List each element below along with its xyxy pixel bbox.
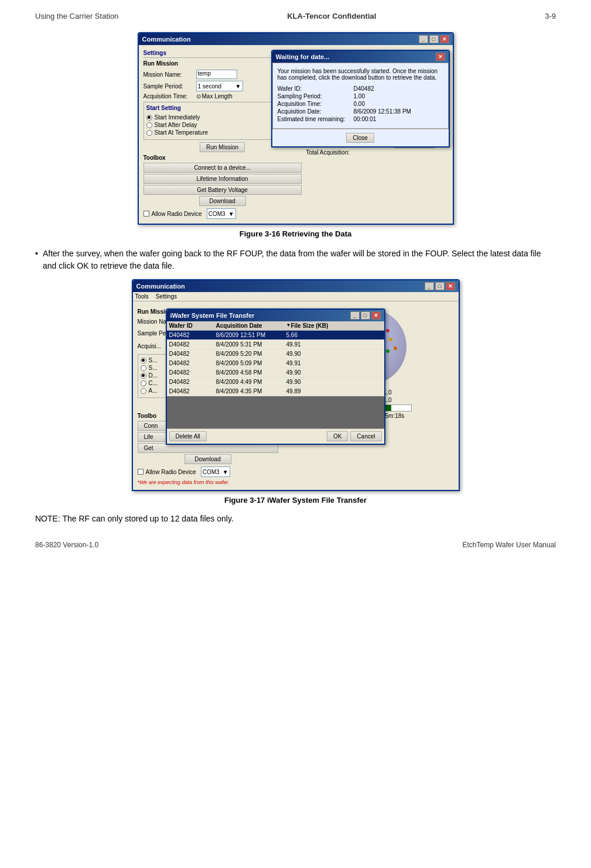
battery-btn-container: Get Battery Voltage: [144, 185, 302, 195]
waiting-popup: Waiting for date... ✕ Your mission has b…: [271, 50, 450, 147]
iwafer-close[interactable]: ✕: [371, 311, 381, 320]
table-row[interactable]: D404828/4/2009 4:49 PM49.90: [167, 378, 384, 387]
sampling-period-row: Sampling Period: 1.00: [278, 93, 443, 100]
popup-acq-date-row: Acquisition Date: 8/6/2009 12:51:38 PM: [278, 108, 443, 115]
start-s-radio[interactable]: [141, 358, 146, 363]
iwafer-table-body: D404828/6/2009 12:51 PM5.66D404828/4/200…: [167, 331, 384, 396]
communication-window-1: Communication _ □ ✕ Settings Run Mission…: [138, 32, 454, 225]
table-row[interactable]: D404828/4/2009 5:09 PM49.91: [167, 359, 384, 368]
close-btn-1[interactable]: ✕: [440, 35, 449, 43]
note-text: NOTE: The RF can only stored up to 12 da…: [35, 514, 234, 523]
table-row[interactable]: D404828/4/2009 4:58 PM49.90: [167, 368, 384, 378]
row-acq-date: 8/6/2009 12:51 PM: [216, 332, 286, 338]
window-title-2: Communication: [136, 283, 185, 290]
temp-radio[interactable]: [141, 373, 146, 379]
start-s2-label: S...: [149, 365, 158, 371]
temp3-label: A...: [149, 387, 158, 394]
mission-name-value: temp: [198, 70, 211, 77]
popup-est-time-label: Estimated time remaining:: [278, 116, 354, 122]
total-acq-row: Total Acquisition:: [306, 149, 448, 156]
cancel-button[interactable]: Cancel: [350, 431, 381, 441]
start-immediately-radio[interactable]: [146, 115, 152, 121]
right-panel-2: Firmware Version: 4.0 / 1.0 Station Firm…: [283, 308, 454, 485]
iwafer-dialog: iWafer System File Transfer _ □ ✕ Wafer …: [166, 308, 385, 445]
start-at-temp-label: Start At Temperature: [155, 129, 209, 136]
connect-button[interactable]: Connect to a device...: [144, 163, 302, 173]
maximize-btn-1[interactable]: □: [429, 35, 439, 43]
minimize-btn-1[interactable]: _: [419, 35, 428, 43]
page-footer: 86-3820 Version-1.0 EtchTemp Wafer User …: [35, 541, 556, 549]
maximize-btn-2[interactable]: □: [435, 282, 445, 290]
allow-radio-checkbox-2[interactable]: [138, 469, 144, 475]
com-port-select[interactable]: COM3 ▼: [207, 208, 236, 219]
row-file-size: 49.89: [286, 388, 333, 394]
sample-period-select[interactable]: 1 second ▼: [196, 81, 243, 91]
wafer-id-value: D40482: [354, 85, 374, 92]
row-acq-date: 8/4/2009 4:35 PM: [216, 388, 286, 394]
iwafer-empty-area: [167, 396, 384, 428]
download-button-2[interactable]: Download: [185, 454, 231, 464]
iwafer-maximize[interactable]: □: [361, 311, 370, 320]
temp2-radio[interactable]: [141, 380, 146, 386]
titlebar-2: Communication _ □ ✕: [133, 280, 459, 292]
sort-arrow: ▼: [286, 323, 291, 329]
titlebar-buttons-1: _ □ ✕: [419, 35, 449, 43]
download-btn-2-container: Download: [138, 454, 278, 464]
popup-close-button[interactable]: Close: [346, 133, 374, 143]
figure-2-caption: Figure 3-17 iWafer System File Transfer: [224, 496, 367, 505]
wafer-id-label: Wafer ID:: [278, 85, 354, 92]
close-btn-2[interactable]: ✕: [446, 282, 455, 290]
row-file-size: 49.90: [286, 351, 333, 357]
allow-radio-checkbox[interactable]: [144, 211, 149, 217]
row-file-size: 49.91: [286, 341, 333, 348]
lifetime-button[interactable]: Lifetime Information: [144, 174, 302, 184]
start-at-temp-radio[interactable]: [146, 130, 152, 136]
mission-name-input[interactable]: temp: [196, 70, 237, 79]
sample-period-label: Sample Period:: [144, 83, 196, 90]
table-row[interactable]: D404828/6/2009 12:51 PM5.66: [167, 331, 384, 340]
temp-label: D...: [149, 372, 158, 379]
popup-acq-date-label: Acquisition Date:: [278, 108, 354, 115]
header-left: Using the Carrier Station: [35, 12, 118, 20]
download-btn-container: Download: [144, 196, 302, 206]
iwafer-minimize[interactable]: _: [350, 311, 360, 320]
start-s2-radio[interactable]: [141, 365, 146, 371]
max-length-value: Max Length: [202, 93, 233, 100]
popup-message: Your mission has been successfully start…: [278, 68, 443, 81]
header-right: 3-9: [545, 12, 556, 20]
popup-close-btn[interactable]: ✕: [436, 53, 445, 61]
row-wafer-id: D40482: [169, 341, 216, 348]
start-after-delay-radio[interactable]: [146, 122, 152, 128]
popup-title: Waiting for date...: [276, 53, 330, 60]
delete-all-button[interactable]: Delete All: [169, 431, 207, 441]
row-acq-date: 8/4/2009 4:49 PM: [216, 379, 286, 385]
row-wafer-id: D40482: [169, 379, 216, 385]
wafer-id-row: Wafer ID: D40482: [278, 85, 443, 92]
iwafer-titlebar-buttons: _ □ ✕: [350, 311, 381, 320]
temp3-radio[interactable]: [141, 388, 146, 394]
menu-settings[interactable]: Settings: [156, 293, 177, 300]
table-row[interactable]: D404828/4/2009 4:35 PM49.89: [167, 387, 384, 396]
table-row[interactable]: D404828/4/2009 5:20 PM49.90: [167, 349, 384, 359]
allow-radio-label-2: Allow Radio Device: [146, 469, 196, 475]
header-center: KLA-Tencor Confidential: [287, 12, 376, 20]
allow-radio-label: Allow Radio Device: [152, 211, 202, 217]
communication-window-2: Communication _ □ ✕ Tools Settings Run M…: [132, 279, 460, 491]
run-mission-button[interactable]: Run Mission: [200, 142, 245, 152]
com-port-select-2[interactable]: COM3 ▼: [201, 466, 230, 477]
table-row[interactable]: D404828/4/2009 5:31 PM49.91: [167, 340, 384, 349]
row-wafer-id: D40482: [169, 369, 216, 376]
titlebar-buttons-2: _ □ ✕: [425, 282, 455, 290]
minimize-btn-2[interactable]: _: [425, 282, 434, 290]
row-file-size: 49.91: [286, 360, 333, 366]
ok-button[interactable]: OK: [327, 431, 348, 441]
bullet-dot: •: [35, 248, 38, 272]
figure-1-caption: Figure 3-16 Retrieving the Data: [240, 229, 351, 238]
row-wafer-id: D40482: [169, 360, 216, 366]
menu-tools[interactable]: Tools: [135, 293, 149, 300]
row-acq-date: 8/4/2009 5:20 PM: [216, 351, 286, 357]
battery-button[interactable]: Get Battery Voltage: [144, 185, 302, 195]
start-s-label: S...: [149, 357, 158, 363]
popup-est-time-row: Estimated time remaining: 00:00:01: [278, 116, 443, 122]
download-button[interactable]: Download: [199, 196, 246, 206]
